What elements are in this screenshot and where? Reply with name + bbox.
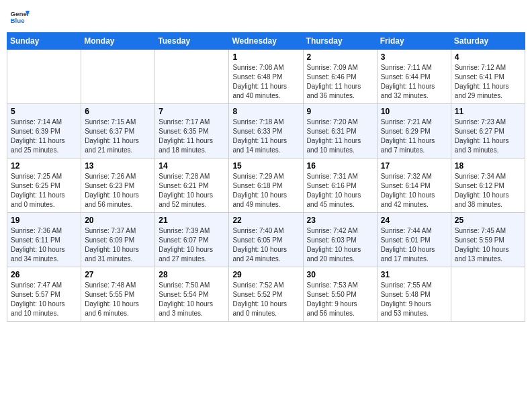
- day-number: 8: [232, 107, 299, 116]
- day-info: Sunrise: 7:21 AM Sunset: 6:29 PM Dayligh…: [381, 118, 447, 155]
- day-number: 17: [381, 161, 447, 171]
- calendar-cell: 15Sunrise: 7:29 AM Sunset: 6:18 PM Dayli…: [229, 158, 303, 213]
- day-number: 12: [11, 161, 77, 171]
- day-info: Sunrise: 7:29 AM Sunset: 6:18 PM Dayligh…: [232, 172, 299, 210]
- day-number: 3: [381, 52, 447, 62]
- calendar-cell: 16Sunrise: 7:31 AM Sunset: 6:16 PM Dayli…: [303, 158, 377, 213]
- calendar-week-row: 1Sunrise: 7:08 AM Sunset: 6:48 PM Daylig…: [7, 50, 525, 104]
- calendar-header-row: SundayMondayTuesdayWednesdayThursdayFrid…: [7, 33, 525, 50]
- calendar-cell: 3Sunrise: 7:11 AM Sunset: 6:44 PM Daylig…: [377, 50, 451, 104]
- day-number: 27: [85, 270, 151, 279]
- calendar-cell: 6Sunrise: 7:15 AM Sunset: 6:37 PM Daylig…: [81, 104, 155, 158]
- day-number: 1: [232, 52, 299, 62]
- day-number: 20: [85, 216, 151, 225]
- day-number: 29: [232, 270, 299, 279]
- day-number: 23: [307, 216, 373, 225]
- day-number: 4: [455, 52, 521, 62]
- calendar-cell: 7Sunrise: 7:17 AM Sunset: 6:35 PM Daylig…: [155, 104, 229, 158]
- day-number: 22: [232, 216, 299, 225]
- day-info: Sunrise: 7:50 AM Sunset: 5:54 PM Dayligh…: [159, 281, 225, 318]
- day-info: Sunrise: 7:23 AM Sunset: 6:27 PM Dayligh…: [455, 118, 521, 155]
- day-number: 14: [159, 161, 225, 171]
- day-number: 28: [159, 270, 225, 279]
- day-info: Sunrise: 7:32 AM Sunset: 6:14 PM Dayligh…: [381, 172, 447, 210]
- day-number: 2: [307, 52, 373, 62]
- page-header: General Blue: [7, 7, 525, 27]
- calendar-cell: 4Sunrise: 7:12 AM Sunset: 6:41 PM Daylig…: [451, 50, 525, 104]
- day-info: Sunrise: 7:31 AM Sunset: 6:16 PM Dayligh…: [307, 172, 373, 210]
- day-number: 19: [11, 216, 77, 225]
- day-number: 26: [11, 270, 77, 279]
- calendar-cell: 27Sunrise: 7:48 AM Sunset: 5:55 PM Dayli…: [81, 267, 155, 322]
- day-info: Sunrise: 7:39 AM Sunset: 6:07 PM Dayligh…: [159, 226, 225, 264]
- weekday-header-saturday: Saturday: [451, 33, 525, 50]
- day-info: Sunrise: 7:12 AM Sunset: 6:41 PM Dayligh…: [455, 63, 521, 101]
- calendar-cell: 8Sunrise: 7:18 AM Sunset: 6:33 PM Daylig…: [229, 104, 303, 158]
- calendar-cell: 11Sunrise: 7:23 AM Sunset: 6:27 PM Dayli…: [451, 104, 525, 158]
- calendar-week-row: 26Sunrise: 7:47 AM Sunset: 5:57 PM Dayli…: [7, 267, 525, 322]
- day-number: 9: [307, 107, 373, 116]
- weekday-header-monday: Monday: [81, 33, 155, 50]
- calendar-cell: [451, 267, 525, 322]
- day-info: Sunrise: 7:09 AM Sunset: 6:46 PM Dayligh…: [307, 63, 373, 101]
- day-info: Sunrise: 7:18 AM Sunset: 6:33 PM Dayligh…: [232, 118, 299, 155]
- weekday-header-sunday: Sunday: [7, 33, 81, 50]
- day-number: 31: [381, 270, 447, 279]
- weekday-header-tuesday: Tuesday: [155, 33, 229, 50]
- day-number: 30: [307, 270, 373, 279]
- day-info: Sunrise: 7:45 AM Sunset: 5:59 PM Dayligh…: [455, 226, 521, 264]
- day-info: Sunrise: 7:11 AM Sunset: 6:44 PM Dayligh…: [381, 63, 447, 101]
- calendar-cell: 5Sunrise: 7:14 AM Sunset: 6:39 PM Daylig…: [7, 104, 81, 158]
- day-number: 13: [85, 161, 151, 171]
- day-info: Sunrise: 7:55 AM Sunset: 5:48 PM Dayligh…: [381, 281, 447, 318]
- calendar-week-row: 12Sunrise: 7:25 AM Sunset: 6:25 PM Dayli…: [7, 158, 525, 213]
- calendar-cell: 23Sunrise: 7:42 AM Sunset: 6:03 PM Dayli…: [303, 213, 377, 267]
- calendar-cell: 18Sunrise: 7:34 AM Sunset: 6:12 PM Dayli…: [451, 158, 525, 213]
- calendar-cell: 30Sunrise: 7:53 AM Sunset: 5:50 PM Dayli…: [303, 267, 377, 322]
- calendar-cell: 12Sunrise: 7:25 AM Sunset: 6:25 PM Dayli…: [7, 158, 81, 213]
- calendar-cell: 19Sunrise: 7:36 AM Sunset: 6:11 PM Dayli…: [7, 213, 81, 267]
- day-info: Sunrise: 7:15 AM Sunset: 6:37 PM Dayligh…: [85, 118, 151, 155]
- calendar-cell: 22Sunrise: 7:40 AM Sunset: 6:05 PM Dayli…: [229, 213, 303, 267]
- day-info: Sunrise: 7:25 AM Sunset: 6:25 PM Dayligh…: [11, 172, 77, 210]
- calendar-week-row: 5Sunrise: 7:14 AM Sunset: 6:39 PM Daylig…: [7, 104, 525, 158]
- day-number: 25: [455, 216, 521, 225]
- calendar-week-row: 19Sunrise: 7:36 AM Sunset: 6:11 PM Dayli…: [7, 213, 525, 267]
- calendar-cell: 14Sunrise: 7:28 AM Sunset: 6:21 PM Dayli…: [155, 158, 229, 213]
- day-number: 5: [11, 107, 77, 116]
- calendar-table: SundayMondayTuesdayWednesdayThursdayFrid…: [7, 32, 525, 322]
- day-number: 18: [455, 161, 521, 171]
- logo: General Blue: [9, 7, 30, 27]
- day-number: 10: [381, 107, 447, 116]
- day-number: 6: [85, 107, 151, 116]
- calendar-cell: 17Sunrise: 7:32 AM Sunset: 6:14 PM Dayli…: [377, 158, 451, 213]
- day-number: 16: [307, 161, 373, 171]
- day-info: Sunrise: 7:17 AM Sunset: 6:35 PM Dayligh…: [159, 118, 225, 155]
- calendar-cell: 24Sunrise: 7:44 AM Sunset: 6:01 PM Dayli…: [377, 213, 451, 267]
- day-info: Sunrise: 7:26 AM Sunset: 6:23 PM Dayligh…: [85, 172, 151, 210]
- logo-icon: General Blue: [9, 7, 30, 27]
- calendar-cell: 26Sunrise: 7:47 AM Sunset: 5:57 PM Dayli…: [7, 267, 81, 322]
- weekday-header-wednesday: Wednesday: [229, 33, 303, 50]
- day-info: Sunrise: 7:48 AM Sunset: 5:55 PM Dayligh…: [85, 281, 151, 318]
- calendar-cell: 31Sunrise: 7:55 AM Sunset: 5:48 PM Dayli…: [377, 267, 451, 322]
- day-info: Sunrise: 7:20 AM Sunset: 6:31 PM Dayligh…: [307, 118, 373, 155]
- svg-text:Blue: Blue: [11, 17, 26, 24]
- day-number: 7: [159, 107, 225, 116]
- calendar-cell: 20Sunrise: 7:37 AM Sunset: 6:09 PM Dayli…: [81, 213, 155, 267]
- day-info: Sunrise: 7:52 AM Sunset: 5:52 PM Dayligh…: [232, 281, 299, 318]
- day-info: Sunrise: 7:36 AM Sunset: 6:11 PM Dayligh…: [11, 226, 77, 264]
- calendar-cell: 21Sunrise: 7:39 AM Sunset: 6:07 PM Dayli…: [155, 213, 229, 267]
- calendar-cell: 25Sunrise: 7:45 AM Sunset: 5:59 PM Dayli…: [451, 213, 525, 267]
- weekday-header-thursday: Thursday: [303, 33, 377, 50]
- calendar-cell: 13Sunrise: 7:26 AM Sunset: 6:23 PM Dayli…: [81, 158, 155, 213]
- day-info: Sunrise: 7:08 AM Sunset: 6:48 PM Dayligh…: [232, 63, 299, 101]
- calendar-cell: 10Sunrise: 7:21 AM Sunset: 6:29 PM Dayli…: [377, 104, 451, 158]
- calendar-cell: [81, 50, 155, 104]
- day-info: Sunrise: 7:40 AM Sunset: 6:05 PM Dayligh…: [232, 226, 299, 264]
- day-number: 15: [232, 161, 299, 171]
- day-number: 24: [381, 216, 447, 225]
- calendar-cell: 9Sunrise: 7:20 AM Sunset: 6:31 PM Daylig…: [303, 104, 377, 158]
- calendar-cell: 28Sunrise: 7:50 AM Sunset: 5:54 PM Dayli…: [155, 267, 229, 322]
- calendar-cell: 1Sunrise: 7:08 AM Sunset: 6:48 PM Daylig…: [229, 50, 303, 104]
